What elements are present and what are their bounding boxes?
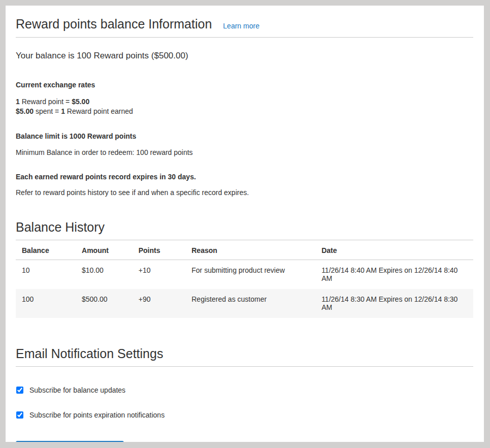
balance-history-title: Balance History (16, 220, 473, 240)
rate-earn-amount: $5.00 (72, 98, 89, 106)
cell-amount: $10.00 (76, 260, 133, 290)
min-balance-note: Minimum Balance in order to redeem: 100 … (16, 148, 473, 156)
cell-points: +10 (133, 260, 186, 290)
rate-spend-points: 1 (61, 107, 65, 115)
rate-spend-tail: Reward point earned (65, 107, 133, 115)
cell-date: 11/26/14 8:40 AM Expires on 12/26/14 8:4… (315, 260, 473, 290)
table-row: 100 $500.00 +90 Registered as customer 1… (16, 289, 473, 318)
expiry-note: Refer to reward points history to see if… (16, 188, 473, 197)
rate-spend-text: spent = (34, 107, 61, 115)
column-header-reason: Reason (185, 240, 315, 260)
rate-spend-line: $5.00 spent = 1 Reward point earned (16, 107, 473, 116)
save-subscription-button[interactable]: Save Subscription Settings (16, 441, 124, 442)
table-row: 10 $10.00 +10 For submitting product rev… (16, 260, 473, 290)
cell-balance: 100 (16, 289, 76, 318)
cell-balance: 10 (16, 260, 76, 290)
balance-summary: Your balance is 100 Reward points ($500.… (16, 51, 473, 61)
subscribe-balance-label: Subscribe for balance updates (29, 386, 125, 394)
expiry-heading: Each earned reward points record expires… (16, 173, 473, 181)
page-header: Reward points balance Information Learn … (16, 13, 473, 38)
column-header-date: Date (315, 240, 473, 260)
rate-spend-amount: $5.00 (16, 107, 34, 115)
rate-earn-text: Reward point = (20, 98, 72, 106)
cell-reason: Registered as customer (185, 289, 315, 318)
subscribe-expiration-label: Subscribe for points expiration notifica… (29, 411, 165, 419)
page-title: Reward points balance Information (16, 17, 212, 31)
column-header-balance: Balance (16, 240, 76, 260)
cell-points: +90 (133, 289, 186, 318)
exchange-rates: 1 Reward point = $5.00 $5.00 spent = 1 R… (16, 97, 473, 116)
column-header-amount: Amount (76, 240, 133, 260)
subscribe-balance-option: Subscribe for balance updates (16, 386, 473, 394)
balance-history-table: Balance Amount Points Reason Date 10 $10… (16, 240, 473, 318)
reward-points-card: Reward points balance Information Learn … (6, 6, 484, 442)
table-header-row: Balance Amount Points Reason Date (16, 240, 473, 260)
rate-earn-line: 1 Reward point = $5.00 (16, 97, 473, 107)
subscribe-balance-checkbox[interactable] (16, 387, 23, 394)
learn-more-link[interactable]: Learn more (223, 22, 259, 30)
exchange-rates-heading: Current exchange rates (16, 81, 473, 89)
balance-limit-heading: Balance limit is 1000 Reward points (16, 132, 473, 140)
cell-reason: For submitting product review (185, 260, 315, 290)
subscribe-expiration-checkbox[interactable] (16, 411, 23, 419)
column-header-points: Points (133, 240, 186, 260)
subscribe-expiration-option: Subscribe for points expiration notifica… (16, 411, 473, 419)
cell-date: 11/26/14 8:30 AM Expires on 12/26/14 8:3… (315, 289, 473, 318)
email-settings-title: Email Notification Settings (16, 346, 473, 367)
rate-earn-points: 1 (16, 98, 20, 106)
cell-amount: $500.00 (76, 289, 133, 318)
